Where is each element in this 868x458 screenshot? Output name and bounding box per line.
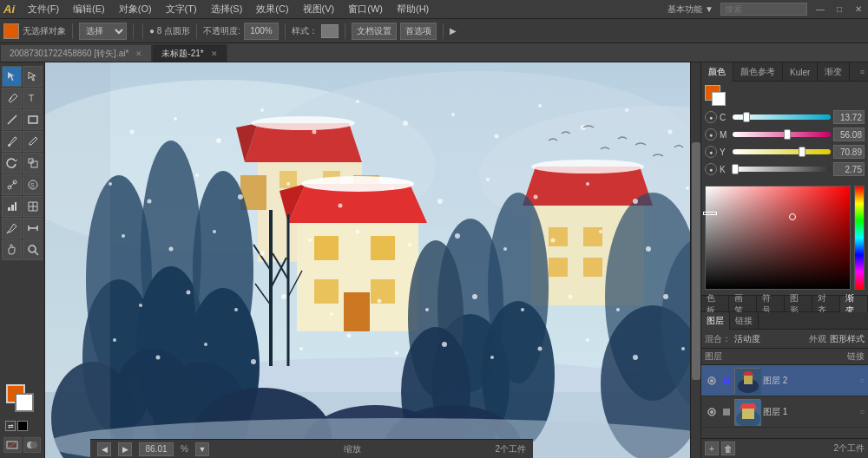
menu-file[interactable]: 文件(F) [22, 1, 65, 17]
restore-btn[interactable]: □ [833, 3, 845, 16]
eyedropper-tool[interactable] [2, 218, 22, 239]
hue-slider[interactable] [854, 186, 865, 290]
doc-settings-btn[interactable]: 文档设置 [352, 23, 397, 40]
layers-tab-links[interactable]: 链接 [730, 312, 759, 330]
menu-object[interactable]: 对象(O) [113, 1, 158, 17]
layer-1-options[interactable]: ○ [859, 407, 865, 416]
symbol-tool[interactable]: S [23, 174, 43, 195]
delete-layer-btn[interactable]: 🗑 [721, 442, 735, 455]
zoom-tool[interactable] [23, 239, 43, 260]
tool-select[interactable]: 选择 [79, 23, 127, 40]
channel-m-slider[interactable] [733, 132, 831, 137]
rotate-tool[interactable] [2, 153, 22, 173]
menu-text[interactable]: 文字(T) [160, 1, 203, 17]
panel-tab2-gradient[interactable]: 渐变 [840, 296, 868, 313]
rect-tool[interactable] [23, 109, 43, 130]
bg-color-preview[interactable] [712, 92, 726, 106]
panel-tab2-brushes[interactable]: 画笔 [729, 296, 757, 313]
menu-select[interactable]: 选择(S) [205, 1, 249, 17]
layers-col-layer: 图层 [705, 350, 722, 363]
channel-m-thumb[interactable] [784, 129, 791, 140]
channel-c-toggle[interactable]: ● [705, 111, 717, 123]
tab-0-close[interactable]: ✕ [135, 49, 142, 58]
direct-select-tool[interactable] [23, 66, 43, 87]
panel-tab-color[interactable]: 颜色 [701, 62, 733, 82]
opacity-input[interactable] [244, 23, 279, 40]
vertical-scrollbar[interactable] [690, 62, 700, 458]
swap-colors-btn[interactable]: ⇄ [5, 421, 16, 431]
channel-c-thumb[interactable] [743, 112, 750, 122]
panel-tab-gradient[interactable]: 渐变 [818, 62, 850, 82]
tab-1-close[interactable]: ✕ [211, 49, 218, 58]
nav-next-btn[interactable]: ▶ [118, 442, 132, 456]
default-colors-btn[interactable] [17, 421, 28, 431]
search-input[interactable] [720, 3, 807, 16]
nav-prev-btn[interactable]: ◀ [97, 442, 111, 456]
channel-m-row: ● M [705, 127, 865, 142]
channel-y-slider[interactable] [733, 149, 831, 154]
zoom-down-btn[interactable]: ▼ [195, 442, 209, 456]
color-mode-btn[interactable] [23, 437, 42, 453]
menu-window[interactable]: 窗口(W) [342, 1, 389, 17]
zoom-input[interactable] [139, 442, 174, 456]
svg-rect-41 [314, 279, 339, 304]
layer-row-2[interactable]: 图层 2 ○ [701, 365, 868, 396]
blend-value[interactable]: 活动度 [734, 333, 760, 345]
type-tool[interactable]: T [23, 88, 43, 108]
layer-1-vis[interactable] [705, 405, 719, 419]
channel-m-toggle[interactable]: ● [705, 128, 717, 141]
canvas-area[interactable]: ◀ ▶ % ▼ 缩放 2个工件 [45, 62, 700, 458]
panel-menu-btn[interactable]: ≡ [857, 62, 868, 81]
channel-y-toggle[interactable]: ● [705, 146, 717, 158]
menu-view[interactable]: 视图(V) [297, 1, 341, 17]
channel-y-thumb[interactable] [799, 147, 806, 157]
channel-k-slider[interactable] [733, 167, 831, 172]
fill-color-box[interactable] [3, 23, 19, 39]
channel-c-row: ● C [705, 109, 865, 125]
layer-2-options[interactable]: ○ [859, 376, 865, 385]
channel-c-input[interactable] [833, 110, 865, 124]
menu-help[interactable]: 帮助(H) [391, 1, 435, 17]
spectrum-picker[interactable] [705, 186, 851, 290]
layer-row-1[interactable]: 图层 1 ○ [701, 396, 868, 428]
appearance-value[interactable]: 图形样式 [830, 333, 865, 345]
panel-tab2-symbols[interactable]: 符号 [757, 296, 785, 313]
channel-k-thumb[interactable] [732, 164, 739, 174]
preferences-btn[interactable]: 首选项 [400, 23, 437, 40]
scale-tool[interactable] [23, 153, 43, 173]
panel-tab2-graphic[interactable]: 图形 [785, 296, 812, 313]
hand-tool[interactable] [2, 239, 22, 260]
layer-2-vis[interactable] [705, 374, 719, 388]
close-btn[interactable]: ✕ [852, 3, 865, 16]
pencil-tool[interactable] [23, 131, 43, 152]
measure-tool[interactable] [23, 218, 43, 239]
channel-y-input[interactable] [833, 145, 865, 159]
channel-k-toggle[interactable]: ● [705, 163, 717, 175]
slice-tool[interactable] [23, 196, 43, 217]
tab-0[interactable]: 20087301722458860 [转矢].ai* ✕ [0, 44, 152, 62]
channel-m-input[interactable] [833, 128, 865, 141]
channel-k-input[interactable] [833, 162, 865, 176]
tab-1[interactable]: 未标题-21* ✕ [152, 44, 227, 62]
minimize-btn[interactable]: — [814, 3, 826, 16]
fill-none-btn[interactable] [3, 437, 22, 453]
panel-tab-ref[interactable]: 颜色参考 [733, 62, 783, 82]
menu-edit[interactable]: 编辑(E) [67, 1, 111, 17]
panel-tab2-swatches[interactable]: 色板 [701, 296, 729, 313]
color-area[interactable] [6, 384, 39, 417]
pen-tool[interactable] [2, 88, 22, 108]
graph-tool[interactable] [2, 196, 22, 217]
panel-tab2-align[interactable]: 对齐 [812, 296, 840, 313]
svg-point-105 [534, 195, 538, 200]
menu-effect[interactable]: 效果(C) [250, 1, 294, 17]
channel-c-slider[interactable] [733, 114, 831, 120]
line-tool[interactable] [2, 109, 22, 130]
background-color[interactable] [15, 393, 34, 412]
new-layer-btn[interactable]: + [705, 442, 719, 455]
blend-tool[interactable] [2, 174, 22, 195]
scroll-thumb[interactable] [692, 142, 700, 380]
select-tool[interactable] [2, 66, 22, 87]
layers-tab-layers[interactable]: 图层 [701, 312, 730, 330]
paintbrush-tool[interactable] [2, 131, 22, 152]
panel-tab-kuler[interactable]: Kuler [783, 62, 818, 82]
